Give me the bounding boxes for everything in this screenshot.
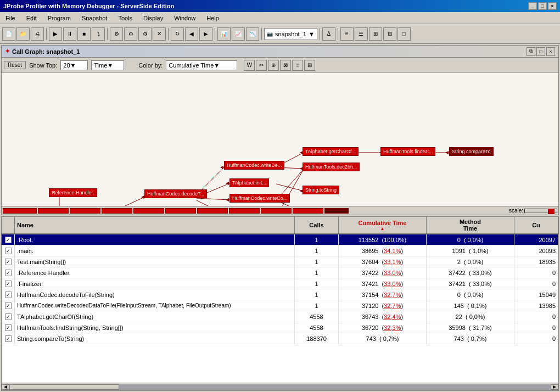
node-huffman-findstr[interactable]: HuffmanTools.findStr... — [380, 147, 435, 156]
row-check[interactable] — [2, 234, 15, 245]
row-check[interactable] — [2, 289, 15, 300]
forward-button[interactable]: ▶ — [199, 27, 212, 41]
detach-button[interactable]: ⧉ — [527, 47, 535, 56]
th-cu[interactable]: Cu — [514, 217, 558, 233]
menu-file[interactable]: File — [2, 14, 19, 23]
graph-btn1[interactable]: W — [244, 60, 255, 71]
checkbox[interactable] — [5, 335, 12, 342]
menu-window[interactable]: Window — [171, 14, 199, 23]
close-graph-button[interactable]: × — [546, 47, 555, 56]
table-row[interactable]: String.compareTo(String) 188370 743 ( 0,… — [2, 333, 558, 344]
checkbox[interactable] — [5, 248, 12, 254]
graph-btn3[interactable]: ⊕ — [268, 60, 279, 71]
scroll-seg6[interactable] — [165, 208, 196, 214]
minimize-button[interactable]: _ — [528, 2, 537, 10]
chart3[interactable]: 📉 — [246, 27, 259, 41]
time-select[interactable]: Time ▼ — [91, 60, 124, 70]
checkbox[interactable] — [5, 237, 12, 243]
maximize-button[interactable]: □ — [536, 47, 545, 56]
menu-edit[interactable]: Edit — [23, 14, 40, 23]
tool2[interactable]: ⚙ — [124, 27, 137, 41]
restore-button[interactable]: □ — [538, 2, 547, 10]
graph-canvas[interactable]: .Root. .main. TestMain Reference Handler… — [2, 73, 558, 206]
scroll-seg7[interactable] — [197, 208, 228, 214]
row-check[interactable] — [2, 278, 15, 289]
chart2[interactable]: 📈 — [232, 27, 245, 41]
view1[interactable]: ≡ — [340, 27, 354, 41]
row-check[interactable] — [2, 311, 15, 322]
node-huffman-dec2bh[interactable]: HuffmanTools.dec2bh... — [303, 163, 360, 171]
node-string-tostring[interactable]: String.toString — [303, 186, 339, 194]
checkbox[interactable] — [5, 270, 12, 276]
menu-display[interactable]: Display — [140, 14, 166, 23]
checkbox[interactable] — [5, 281, 12, 287]
th-methtime[interactable]: Method Time — [427, 217, 514, 233]
menu-tools[interactable]: Tools — [115, 14, 136, 23]
menu-program[interactable]: Program — [44, 14, 74, 23]
reset-button[interactable]: Reset — [4, 61, 26, 69]
th-name[interactable]: Name — [15, 217, 295, 233]
run-button[interactable]: ▶ — [49, 27, 62, 41]
node-string-compareto[interactable]: String.compareTo — [449, 147, 494, 156]
table-row[interactable]: HuffmanTools.findString(String, String[]… — [2, 322, 558, 333]
scroll-seg8[interactable] — [229, 208, 260, 214]
th-calls[interactable]: Calls — [295, 217, 339, 233]
new-button[interactable]: 📄 — [2, 27, 15, 41]
menu-snapshot[interactable]: Snapshot — [79, 14, 110, 23]
node-refhandler[interactable]: Reference Handler. — [49, 188, 97, 197]
scroll-seg2[interactable] — [38, 208, 69, 214]
graph-btn6[interactable]: ⊞ — [304, 60, 315, 71]
table-row[interactable]: TAlphabet.getCharOf(String) 4558 36743 (… — [2, 311, 558, 322]
checkbox[interactable] — [5, 324, 12, 331]
view3[interactable]: ⊞ — [369, 27, 382, 41]
row-check[interactable] — [2, 256, 15, 267]
row-check[interactable] — [2, 333, 15, 344]
chart1[interactable]: 📊 — [217, 27, 231, 41]
tool4[interactable]: ✕ — [153, 27, 166, 41]
checkbox[interactable] — [5, 313, 12, 320]
table-row[interactable]: .main. 1 38695 (34,1%) 1091 ( 1,0%) 2009… — [2, 245, 558, 256]
table-row[interactable]: Test.main(String[]) 1 37604 (33,1%) 2 ( … — [2, 256, 558, 267]
scroll-seg10[interactable] — [293, 208, 323, 214]
h-scrollbar[interactable]: ◀ ▶ — [2, 383, 558, 390]
back-button[interactable]: ◀ — [185, 27, 198, 41]
checkbox[interactable] — [5, 292, 12, 298]
h-scroll-thumb[interactable] — [9, 384, 119, 390]
graph-btn5[interactable]: ≡ — [292, 60, 303, 71]
table-row[interactable]: .Reference Handler. 1 37422 (33,0%) 3742… — [2, 267, 558, 278]
scroll-seg4[interactable] — [102, 208, 132, 214]
scroll-seg3[interactable] — [70, 208, 100, 214]
tool1[interactable]: ⚙ — [110, 27, 123, 41]
scroll-seg5[interactable] — [133, 208, 164, 214]
node-talphabet-init[interactable]: TAlphabet.init... — [229, 178, 269, 187]
node-huffman-writeco[interactable]: HuffmanCodec.writeCo... — [229, 194, 290, 203]
node-talphabet-getchar[interactable]: TAlphabet.getCharOf... — [303, 147, 359, 156]
scale-slider[interactable] — [524, 209, 557, 213]
table-body[interactable]: .Root. 1 113552 (100,0%) 0 ( 0,0%) 20097… — [2, 234, 558, 383]
row-check[interactable] — [2, 300, 15, 311]
row-check[interactable] — [2, 322, 15, 333]
view5[interactable]: □ — [397, 27, 411, 41]
refresh-button[interactable]: ↻ — [171, 27, 184, 41]
print-button[interactable]: 🖨 — [31, 27, 44, 41]
show-top-select[interactable]: 20 ▼ — [60, 60, 88, 70]
scroll-seg9[interactable] — [261, 208, 292, 214]
snapshot-selector[interactable]: 📷 snapshot_1 ▼ — [264, 28, 317, 40]
table-row[interactable]: HuffmanCodec.decodeToFile(String) 1 3715… — [2, 289, 558, 300]
scroll-seg11[interactable] — [324, 208, 349, 214]
h-scroll-track[interactable] — [9, 384, 551, 390]
graph-btn2[interactable]: ✂ — [256, 60, 267, 71]
view2[interactable]: ☰ — [355, 27, 368, 41]
tool3[interactable]: ⚙ — [138, 27, 152, 41]
view4[interactable]: ⊟ — [383, 27, 396, 41]
graph-scrollbar[interactable]: scale: — [2, 206, 558, 215]
checkbox[interactable] — [5, 259, 12, 265]
graph-btn4[interactable]: ⊠ — [280, 60, 291, 71]
scroll-right-btn[interactable]: ▶ — [551, 384, 558, 390]
close-button[interactable]: × — [548, 2, 557, 10]
scroll-left-btn[interactable]: ◀ — [2, 384, 9, 390]
row-check[interactable] — [2, 245, 15, 256]
node-huffman-write[interactable]: HuffmanCodec.writeDe... — [224, 161, 284, 170]
row-check[interactable] — [2, 267, 15, 278]
scroll-seg1[interactable] — [3, 208, 37, 214]
